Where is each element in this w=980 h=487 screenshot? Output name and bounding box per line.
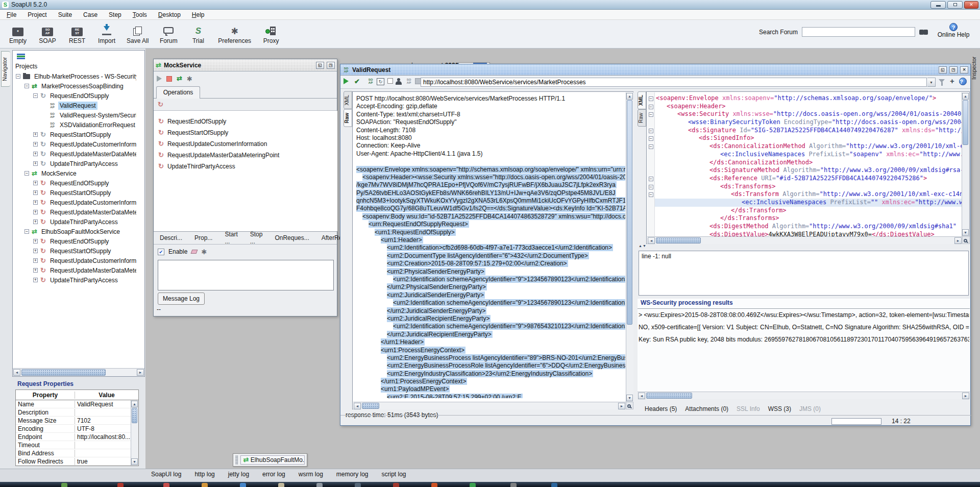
mock-script-editor[interactable] bbox=[158, 260, 334, 290]
request-vertical-scrollbar[interactable]: ▲ ▼ bbox=[626, 92, 633, 402]
log-tab-jetty-log[interactable]: jetty log bbox=[228, 471, 249, 478]
clone-request-icon[interactable]: SOAP bbox=[405, 78, 412, 84]
tree-item-elhub-marketprocesses-ws-security[interactable]: −Elhub-MarketProcesses - WS-Security bbox=[14, 71, 136, 81]
restore-button[interactable] bbox=[947, 1, 963, 9]
expand-icon[interactable]: + bbox=[33, 181, 38, 185]
filter-icon[interactable] bbox=[939, 79, 945, 83]
tree-item-updatethirdpartyaccess[interactable]: +↻UpdateThirdPartyAccess bbox=[14, 217, 136, 227]
expand-icon[interactable]: + bbox=[33, 161, 38, 166]
menu-suite[interactable]: Suite bbox=[53, 10, 78, 19]
inspector-tab[interactable]: Inspector bbox=[971, 52, 979, 84]
wss-results-content[interactable]: > <wsu:Expires>2015-08-28T08:08:00.469Z<… bbox=[639, 311, 969, 348]
scroll-up-icon[interactable]: ▲ bbox=[962, 93, 969, 100]
tree-item-requeststartofsupply[interactable]: +↻RequestStartOfSupply bbox=[14, 246, 136, 256]
mockservice-titlebar[interactable]: ⇄ MockService ◱ ◳ bbox=[154, 59, 337, 71]
response-horizontal-scrollbar[interactable]: ◄ ► bbox=[647, 236, 962, 244]
scroll-right-icon[interactable]: ► bbox=[137, 369, 144, 376]
tree-item-marketprocessessoapbinding[interactable]: −⇄MarketProcessesSoapBinding bbox=[14, 81, 136, 91]
toolbar-trial-button[interactable]: STrial bbox=[183, 21, 213, 44]
binoculars-icon[interactable] bbox=[919, 29, 928, 35]
scroll-left-icon[interactable]: ◄ bbox=[648, 237, 655, 244]
submit-request-icon[interactable] bbox=[344, 78, 349, 84]
expand-icon[interactable]: + bbox=[33, 152, 38, 156]
expand-icon[interactable]: + bbox=[33, 268, 38, 273]
mock-operation-item[interactable]: ↻UpdateThirdPartyAccess bbox=[154, 161, 337, 172]
resubmit-icon[interactable]: ✔ bbox=[354, 78, 360, 85]
log-tab-error-log[interactable]: error log bbox=[262, 471, 285, 478]
response-xml-content[interactable]: <soapenv:Envelope xmlns:soapenv="http://… bbox=[655, 92, 962, 236]
taskbar-icon[interactable] bbox=[202, 483, 208, 487]
tree-item-requestupdatecustomerinformation[interactable]: +↻RequestUpdateCustomerInformation bbox=[14, 198, 136, 207]
client-icon[interactable] bbox=[395, 78, 402, 85]
taskbar-icon[interactable] bbox=[61, 483, 67, 487]
tree-item-requeststartofsupply[interactable]: +↻RequestStartOfSupply bbox=[14, 188, 136, 198]
mock-section-tab-start[interactable]: Start ... bbox=[225, 231, 237, 245]
request-restore-icon[interactable]: ◱ bbox=[939, 66, 947, 74]
toolbar-rest-button[interactable]: RESTREST bbox=[62, 21, 92, 44]
value-column-header[interactable]: Value bbox=[75, 392, 138, 399]
mock-operation-item[interactable]: ↻RequestUpdateMasterDataMeteringPoint bbox=[154, 150, 337, 161]
toolbar-soap-button[interactable]: SOAPSOAP bbox=[33, 21, 62, 44]
fold-collapse-icon[interactable]: − bbox=[649, 177, 653, 181]
collapse-icon[interactable]: − bbox=[24, 171, 29, 176]
tree-horizontal-scrollbar[interactable]: ◄ ► bbox=[13, 368, 144, 376]
fold-collapse-icon[interactable]: − bbox=[649, 136, 653, 141]
endpoint-dropdown-icon[interactable]: ▼ bbox=[927, 78, 936, 87]
property-row[interactable]: Message Size7102 bbox=[16, 417, 138, 425]
fold-collapse-icon[interactable]: − bbox=[649, 105, 653, 109]
collapse-icon[interactable]: − bbox=[24, 84, 29, 88]
scroll-thumb[interactable] bbox=[21, 369, 106, 376]
request-horizontal-scrollbar[interactable]: ◄ ► bbox=[353, 402, 626, 409]
editor-zoom-corner[interactable] bbox=[962, 236, 970, 244]
online-help-block[interactable]: ? Online Help bbox=[936, 23, 971, 38]
drag-grip[interactable] bbox=[235, 455, 238, 465]
menu-case[interactable]: Case bbox=[78, 10, 103, 19]
tree-item-elhubsoapfaultmockservice[interactable]: −⇄ElhubSoapFaultMockService bbox=[14, 227, 136, 236]
tree-item-validrequest-system-securit[interactable]: SOAPValidRequest-System/Securit bbox=[14, 110, 136, 120]
scroll-up-icon[interactable]: ▲ bbox=[626, 93, 633, 100]
menu-file[interactable]: File bbox=[1, 10, 22, 19]
log-tab-http-log[interactable]: http log bbox=[194, 471, 214, 478]
request-raw-content[interactable]: POST http://localhost:8080/WebService/se… bbox=[353, 92, 625, 401]
expand-icon[interactable]: + bbox=[33, 249, 38, 253]
scroll-right-icon[interactable]: ► bbox=[954, 237, 962, 244]
fold-collapse-icon[interactable]: − bbox=[649, 144, 653, 149]
mock-operation-item[interactable]: ↻RequestEndOfSupply bbox=[154, 116, 337, 127]
tree-item-validrequest[interactable]: SOAPValidRequest bbox=[14, 101, 136, 110]
taskbar-icon[interactable] bbox=[316, 483, 323, 487]
taskbar-icon[interactable] bbox=[510, 483, 517, 487]
tab-raw[interactable]: Raw bbox=[344, 109, 352, 127]
close-button[interactable]: ✕ bbox=[964, 1, 978, 9]
tab-raw[interactable]: Raw bbox=[638, 109, 646, 127]
tree-item-mockservice[interactable]: −⇄MockService bbox=[14, 168, 136, 178]
taskbar-icon[interactable] bbox=[163, 483, 169, 487]
log-tab-memory-log[interactable]: memory log bbox=[336, 471, 369, 478]
fold-collapse-icon[interactable]: − bbox=[649, 96, 653, 101]
mock-operation-item[interactable]: ↻RequestStartOfSupply bbox=[154, 127, 337, 138]
mock-show-service-icon[interactable]: ⇄ bbox=[177, 76, 182, 82]
tree-item-requestendofsupply[interactable]: +↻RequestEndOfSupply bbox=[14, 236, 136, 246]
expand-icon[interactable]: + bbox=[33, 200, 38, 205]
fold-collapse-icon[interactable]: − bbox=[649, 129, 653, 133]
mock-maximize-icon[interactable]: ◳ bbox=[327, 62, 335, 69]
toolbar-import-button[interactable]: Import bbox=[92, 21, 121, 44]
tree-item-requestendofsupply[interactable]: +↻RequestEndOfSupply bbox=[14, 178, 136, 188]
add-to-testcase-icon[interactable]: SOAP bbox=[367, 78, 374, 84]
property-row[interactable]: Bind Address bbox=[16, 449, 138, 457]
scroll-down-icon[interactable]: ▼ bbox=[962, 229, 969, 236]
scroll-thumb[interactable] bbox=[963, 100, 968, 145]
fold-margin[interactable]: −−−−−−−−− bbox=[647, 92, 655, 236]
wss-horizontal-scrollbar[interactable]: ◄ ► bbox=[638, 392, 970, 399]
expand-icon[interactable]: + bbox=[33, 142, 38, 147]
request-help-icon[interactable]: ? bbox=[959, 78, 967, 85]
workspace-icon[interactable] bbox=[17, 54, 25, 60]
property-column-header[interactable]: Property bbox=[16, 392, 75, 399]
collapse-icon[interactable]: − bbox=[24, 229, 29, 234]
response-vertical-scrollbar[interactable]: ▲ ▼ bbox=[962, 92, 969, 236]
enable-checkbox[interactable]: ✔ bbox=[158, 249, 164, 255]
menu-tools[interactable]: Tools bbox=[127, 10, 153, 19]
property-row[interactable]: Follow Redirectstrue bbox=[16, 457, 138, 466]
scroll-left-icon[interactable]: ◄ bbox=[638, 393, 645, 399]
scroll-thumb[interactable] bbox=[132, 408, 137, 423]
mock-options-gear-icon[interactable]: ✱ bbox=[187, 75, 192, 83]
